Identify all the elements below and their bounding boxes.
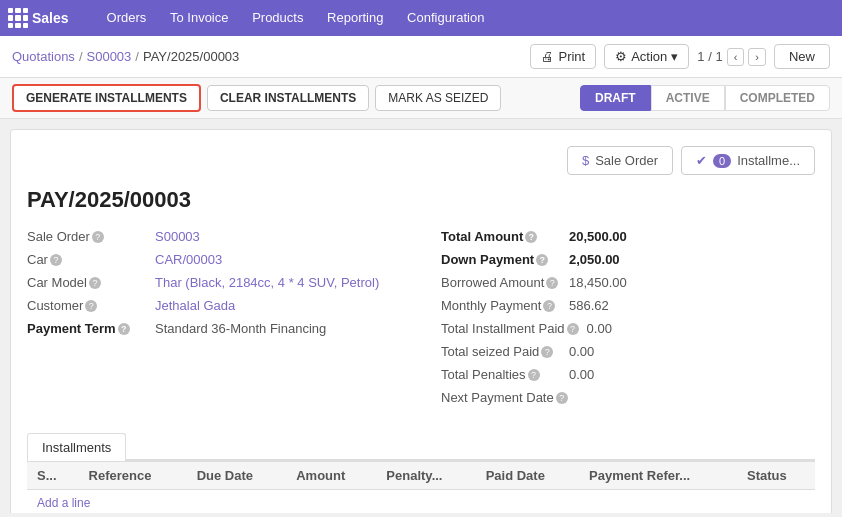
printer-icon: 🖨: [541, 49, 554, 64]
col-due-date: Due Date: [187, 462, 287, 490]
label-car: Car ?: [27, 252, 147, 267]
mark-as-seized-button[interactable]: MARK AS SEIZED: [375, 85, 501, 111]
nav-configuration[interactable]: Configuration: [397, 0, 494, 36]
value-monthly-payment: 586.62: [569, 298, 609, 313]
help-icon-total-amount: ?: [525, 231, 537, 243]
prev-page-button[interactable]: ‹: [727, 48, 745, 66]
field-car: Car ? CAR/00003: [27, 252, 401, 267]
breadcrumb: Quotations / S00003 / PAY/2025/00003: [12, 49, 239, 64]
tab-area: Installments S... Reference Due Date Amo…: [27, 433, 815, 513]
top-navigation: Sales Orders To Invoice Products Reporti…: [0, 0, 842, 36]
main-nav: Orders To Invoice Products Reporting Con…: [97, 0, 495, 36]
value-car-model[interactable]: Thar (Black, 2184cc, 4 * 4 SUV, Petrol): [155, 275, 379, 290]
installments-count-badge: 0: [713, 154, 731, 168]
gear-icon: ⚙: [615, 49, 627, 64]
value-total-penalties: 0.00: [569, 367, 594, 382]
label-sale-order: Sale Order ?: [27, 229, 147, 244]
page-navigation: 1 / 1 ‹ ›: [697, 48, 766, 66]
grid-icon[interactable]: [8, 8, 28, 28]
field-total-installment-paid: Total Installment Paid ? 0.00: [441, 321, 815, 336]
value-borrowed-amount: 18,450.00: [569, 275, 627, 290]
help-icon-sale-order: ?: [92, 231, 104, 243]
print-button[interactable]: 🖨 Print: [530, 44, 596, 69]
status-completed[interactable]: COMPLETED: [725, 85, 830, 111]
value-customer[interactable]: Jethalal Gada: [155, 298, 235, 313]
label-total-installment-paid: Total Installment Paid ?: [441, 321, 579, 336]
action-button[interactable]: ⚙ Action ▾: [604, 44, 689, 69]
breadcrumb-bar: Quotations / S00003 / PAY/2025/00003 🖨 P…: [0, 36, 842, 78]
value-sale-order[interactable]: S00003: [155, 229, 200, 244]
nav-products[interactable]: Products: [242, 0, 313, 36]
breadcrumb-sep-1: /: [79, 49, 83, 64]
help-icon-borrowed-amount: ?: [546, 277, 558, 289]
dollar-icon: $: [582, 153, 589, 168]
help-icon-next-payment-date: ?: [556, 392, 568, 404]
fields-right: Total Amount ? 20,500.00 Down Payment ? …: [441, 229, 815, 413]
breadcrumb-current: PAY/2025/00003: [143, 49, 239, 64]
value-car[interactable]: CAR/00003: [155, 252, 222, 267]
value-total-seized-paid: 0.00: [569, 344, 594, 359]
field-total-amount: Total Amount ? 20,500.00: [441, 229, 815, 244]
col-amount: Amount: [286, 462, 376, 490]
label-total-amount: Total Amount ?: [441, 229, 561, 244]
sale-order-widget-label: Sale Order: [595, 153, 658, 168]
label-total-seized-paid: Total seized Paid ?: [441, 344, 561, 359]
new-button[interactable]: New: [774, 44, 830, 69]
label-payment-term: Payment Term ?: [27, 321, 147, 336]
field-total-seized-paid: Total seized Paid ? 0.00: [441, 344, 815, 359]
field-total-penalties: Total Penalties ? 0.00: [441, 367, 815, 382]
app-switcher[interactable]: Sales: [8, 8, 85, 28]
label-monthly-payment: Monthly Payment ?: [441, 298, 561, 313]
label-borrowed-amount: Borrowed Amount ?: [441, 275, 561, 290]
field-next-payment-date: Next Payment Date ?: [441, 390, 815, 405]
field-down-payment: Down Payment ? 2,050.00: [441, 252, 815, 267]
record-title: PAY/2025/00003: [27, 187, 815, 213]
label-total-penalties: Total Penalties ?: [441, 367, 561, 382]
value-payment-term: Standard 36-Month Financing: [155, 321, 326, 336]
breadcrumb-s00003[interactable]: S00003: [87, 49, 132, 64]
help-icon-payment-term: ?: [118, 323, 130, 335]
next-page-button[interactable]: ›: [748, 48, 766, 66]
chevron-down-icon: ▾: [671, 49, 678, 64]
installments-table: S... Reference Due Date Amount Penalty..…: [27, 461, 815, 490]
generate-installments-button[interactable]: GENERATE INSTALLMENTS: [12, 84, 201, 112]
record-card: $ Sale Order ✔ 0 Installme... PAY/2025/0…: [10, 129, 832, 513]
page-info: 1 / 1: [697, 49, 722, 64]
help-icon-total-installment-paid: ?: [567, 323, 579, 335]
check-circle-icon: ✔: [696, 153, 707, 168]
installments-widget-label: Installme...: [737, 153, 800, 168]
col-s: S...: [27, 462, 79, 490]
breadcrumb-quotations[interactable]: Quotations: [12, 49, 75, 64]
tab-installments[interactable]: Installments: [27, 433, 126, 461]
col-status: Status: [737, 462, 815, 490]
field-borrowed-amount: Borrowed Amount ? 18,450.00: [441, 275, 815, 290]
help-icon-total-penalties: ?: [528, 369, 540, 381]
breadcrumb-actions: 🖨 Print ⚙ Action ▾ 1 / 1 ‹ › New: [530, 44, 830, 69]
table-header-row: S... Reference Due Date Amount Penalty..…: [27, 462, 815, 490]
status-draft[interactable]: DRAFT: [580, 85, 651, 111]
widgets-row: $ Sale Order ✔ 0 Installme...: [27, 146, 815, 175]
field-monthly-payment: Monthly Payment ? 586.62: [441, 298, 815, 313]
installments-widget[interactable]: ✔ 0 Installme...: [681, 146, 815, 175]
label-car-model: Car Model ?: [27, 275, 147, 290]
col-paid-date: Paid Date: [476, 462, 579, 490]
clear-installments-button[interactable]: CLEAR INSTALLMENTS: [207, 85, 369, 111]
field-payment-term: Payment Term ? Standard 36-Month Financi…: [27, 321, 401, 336]
help-icon-total-seized-paid: ?: [541, 346, 553, 358]
sale-order-widget[interactable]: $ Sale Order: [567, 146, 673, 175]
help-icon-monthly-payment: ?: [543, 300, 555, 312]
help-icon-down-payment: ?: [536, 254, 548, 266]
label-next-payment-date: Next Payment Date ?: [441, 390, 568, 405]
fields-left: Sale Order ? S00003 Car ? CAR/00003: [27, 229, 401, 413]
nav-reporting[interactable]: Reporting: [317, 0, 393, 36]
status-bar: DRAFT ACTIVE COMPLETED: [580, 85, 830, 111]
nav-to-invoice[interactable]: To Invoice: [160, 0, 239, 36]
add-line-button[interactable]: Add a line: [27, 490, 100, 513]
col-penalty: Penalty...: [376, 462, 475, 490]
status-active[interactable]: ACTIVE: [651, 85, 725, 111]
nav-orders[interactable]: Orders: [97, 0, 157, 36]
app-name[interactable]: Sales: [32, 10, 69, 26]
col-reference: Reference: [79, 462, 187, 490]
value-down-payment: 2,050.00: [569, 252, 620, 267]
help-icon-customer: ?: [85, 300, 97, 312]
